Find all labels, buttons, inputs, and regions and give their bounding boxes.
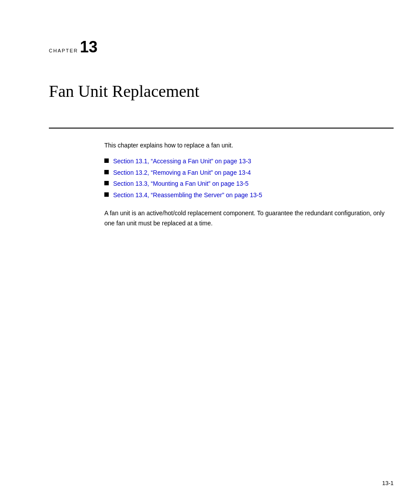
toc-list: Section 13.1, “Accessing a Fan Unit” on … [104, 157, 394, 199]
page-title: Fan Unit Replacement [49, 81, 199, 101]
list-item: Section 13.4, “Reassembling the Server” … [104, 191, 394, 200]
page-number: 13-1 [382, 480, 394, 486]
bullet-icon [104, 192, 109, 197]
toc-link-2[interactable]: Section 13.2, “Removing a Fan Unit” on p… [113, 169, 251, 177]
toc-link-4[interactable]: Section 13.4, “Reassembling the Server” … [113, 191, 262, 200]
list-item: Section 13.1, “Accessing a Fan Unit” on … [104, 157, 394, 166]
content-area: This chapter explains how to replace a f… [104, 141, 394, 228]
chapter-label-area: Chapter 13 [49, 38, 98, 56]
toc-link-3[interactable]: Section 13.3, “Mounting a Fan Unit” on p… [113, 180, 248, 188]
toc-link-1[interactable]: Section 13.1, “Accessing a Fan Unit” on … [113, 157, 251, 166]
list-item: Section 13.2, “Removing a Fan Unit” on p… [104, 169, 394, 177]
section-divider [49, 128, 394, 129]
chapter-number: 13 [80, 38, 98, 56]
bullet-icon [104, 181, 109, 185]
bullet-icon [104, 170, 109, 174]
page: Chapter 13 Fan Unit Replacement This cha… [0, 0, 420, 504]
page-title-area: Fan Unit Replacement [49, 81, 199, 101]
body-text: A fan unit is an active/hot/cold replace… [104, 208, 394, 228]
chapter-label: Chapter [49, 48, 78, 53]
bullet-icon [104, 158, 109, 163]
intro-text: This chapter explains how to replace a f… [104, 141, 394, 150]
list-item: Section 13.3, “Mounting a Fan Unit” on p… [104, 180, 394, 188]
